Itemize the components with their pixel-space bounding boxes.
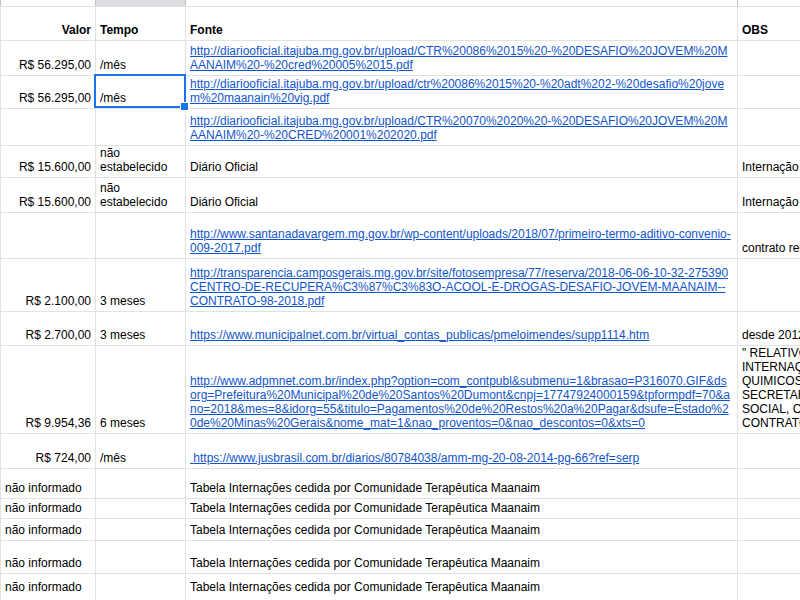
sheet-row: R$ 2.700,003 meseshttps://www.municipaln… (0, 312, 800, 346)
gridline-stub (95, 0, 96, 6)
tempo-value: 6 meses (100, 416, 181, 430)
cell-tempo[interactable] (96, 519, 186, 540)
cell-obs[interactable] (738, 519, 800, 540)
cell-tempo[interactable]: 3 meses (96, 312, 186, 345)
cell-fonte[interactable]: Diário Oficial (186, 178, 738, 212)
cell-obs[interactable]: Internação (738, 178, 800, 212)
rows-container: ValorTempoFonteOBSR$ 56.295,00/mêshttp:/… (0, 7, 800, 600)
source-link[interactable]: http://www.santanadavargem.mg.gov.br/wp-… (190, 227, 733, 255)
fonte-text: Tabela Internações cedida por Comunidade… (190, 556, 733, 570)
fonte-text: Diário Oficial (190, 160, 733, 174)
cell-obs[interactable] (738, 434, 800, 468)
cell-fonte[interactable]: Tabela Internações cedida por Comunidade… (186, 541, 738, 573)
column-header-valor[interactable]: Valor (0, 7, 96, 40)
cell-obs[interactable]: contrato ren (738, 213, 800, 258)
cell-fonte[interactable]: http://www.santanadavargem.mg.gov.br/wp-… (186, 213, 738, 258)
source-link[interactable]: http://diariooficial.itajuba.mg.gov.br/u… (190, 77, 733, 105)
cell-obs[interactable] (738, 76, 800, 108)
cell-tempo[interactable]: 6 meses (96, 346, 186, 433)
cell-obs[interactable] (738, 541, 800, 573)
cell-obs[interactable]: desde 2012 (738, 312, 800, 345)
source-link[interactable]: http://diariooficial.itajuba.mg.gov.br/u… (190, 114, 733, 142)
source-link[interactable]: https://www.municipalnet.com.br/virtual_… (190, 328, 733, 342)
cell-fonte[interactable]: http://diariooficial.itajuba.mg.gov.br/u… (186, 109, 738, 145)
cell-tempo[interactable] (96, 109, 186, 145)
cell-obs[interactable]: " RELATIVO INTERNAÇ QUIMICOS SECRETAR SO… (738, 346, 800, 433)
sheet-row: R$ 2.100,003 meseshttp://transparencia.c… (0, 259, 800, 312)
column-header-tempo[interactable]: Tempo (96, 7, 186, 40)
cell-obs[interactable] (738, 499, 800, 518)
tempo-value: 3 meses (100, 328, 181, 342)
cell-valor[interactable]: R$ 56.295,00 (0, 76, 96, 108)
cell-valor[interactable]: não informado (0, 541, 96, 573)
cell-valor[interactable]: R$ 15.600,00 (0, 146, 96, 177)
fonte-text: Tabela Internações cedida por Comunidade… (190, 501, 733, 515)
cell-valor[interactable]: não informado (0, 519, 96, 540)
cell-fonte[interactable]: Diário Oficial (186, 146, 738, 177)
cell-fonte[interactable]: http://transparencia.camposgerais.mg.gov… (186, 259, 738, 311)
cell-obs[interactable] (738, 574, 800, 600)
cell-valor[interactable]: não informado (0, 499, 96, 518)
gridline-stub (737, 0, 738, 6)
cell-valor[interactable]: não informado (0, 469, 96, 498)
cell-tempo[interactable]: /mês (96, 434, 186, 468)
source-link[interactable]: http://diariooficial.itajuba.mg.gov.br/u… (190, 44, 733, 72)
valor-value: não informado (5, 481, 82, 495)
selected-column-highlight (96, 0, 186, 6)
column-header-label: Valor (62, 23, 91, 37)
tempo-value: /mês (100, 91, 181, 105)
cell-tempo[interactable] (96, 469, 186, 498)
cell-fonte[interactable]: Tabela Internações cedida por Comunidade… (186, 519, 738, 540)
cell-valor[interactable]: R$ 724,00 (0, 434, 96, 468)
cell-tempo[interactable]: 3 meses (96, 259, 186, 311)
cell-valor[interactable]: R$ 2.100,00 (0, 259, 96, 311)
cell-valor[interactable]: não informado (0, 574, 96, 600)
source-link[interactable]: https://www.jusbrasil.com.br/diarios/807… (190, 451, 733, 465)
cell-fonte[interactable]: http://www.adpmnet.com.br/index.php?opti… (186, 346, 738, 433)
cell-fonte[interactable]: Tabela Internações cedida por Comunidade… (186, 574, 738, 600)
sheet-row: http://www.santanadavargem.mg.gov.br/wp-… (0, 213, 800, 259)
gridline-stub (0, 0, 1, 6)
cell-fonte[interactable]: https://www.municipalnet.com.br/virtual_… (186, 312, 738, 345)
cell-fonte[interactable]: https://www.jusbrasil.com.br/diarios/807… (186, 434, 738, 468)
cell-fonte[interactable]: http://diariooficial.itajuba.mg.gov.br/u… (186, 76, 738, 108)
source-link[interactable]: http://transparencia.camposgerais.mg.gov… (190, 266, 733, 308)
cell-tempo[interactable]: não estabelecido (96, 146, 186, 177)
cell-valor[interactable]: R$ 15.600,00 (0, 178, 96, 212)
obs-value: desde 2012 (742, 328, 800, 342)
valor-value: não informado (5, 501, 82, 515)
sheet-row: não informadoTabela Internações cedida p… (0, 519, 800, 541)
cell-tempo[interactable]: /mês (96, 41, 186, 75)
fill-handle[interactable] (180, 102, 189, 111)
cell-obs[interactable] (738, 41, 800, 75)
sheet-row: não informadoTabela Internações cedida p… (0, 574, 800, 600)
tempo-value: não estabelecido (100, 181, 181, 209)
valor-value: não informado (5, 556, 82, 570)
cell-fonte[interactable]: http://diariooficial.itajuba.mg.gov.br/u… (186, 41, 738, 75)
cell-tempo[interactable]: não estabelecido (96, 178, 186, 212)
cell-tempo[interactable]: /mês (96, 76, 186, 108)
valor-value: R$ 15.600,00 (19, 160, 91, 174)
cell-valor[interactable]: R$ 2.700,00 (0, 312, 96, 345)
obs-value: contrato ren (742, 241, 800, 255)
column-header-obs[interactable]: OBS (738, 7, 800, 40)
cell-tempo[interactable] (96, 541, 186, 573)
cell-fonte[interactable]: Tabela Internações cedida por Comunidade… (186, 469, 738, 498)
cell-fonte[interactable]: Tabela Internações cedida por Comunidade… (186, 499, 738, 518)
cell-tempo[interactable] (96, 213, 186, 258)
column-header-fonte[interactable]: Fonte (186, 7, 738, 40)
cell-tempo[interactable] (96, 574, 186, 600)
cell-obs[interactable] (738, 469, 800, 498)
cell-valor[interactable]: R$ 56.295,00 (0, 41, 96, 75)
column-header-label: Fonte (190, 23, 223, 37)
cell-obs[interactable]: Internação (738, 146, 800, 177)
cell-valor[interactable]: R$ 9.954,36 (0, 346, 96, 433)
cell-obs[interactable] (738, 109, 800, 145)
fonte-text: Tabela Internações cedida por Comunidade… (190, 580, 733, 594)
source-link[interactable]: http://www.adpmnet.com.br/index.php?opti… (190, 374, 733, 430)
cell-valor[interactable] (0, 109, 96, 145)
cell-obs[interactable] (738, 259, 800, 311)
cell-tempo[interactable] (96, 499, 186, 518)
sheet-row: não informadoTabela Internações cedida p… (0, 499, 800, 519)
cell-valor[interactable] (0, 213, 96, 258)
